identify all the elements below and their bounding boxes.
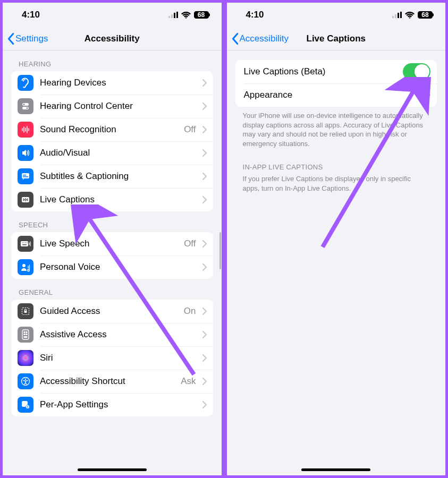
- chevron-right-icon: [202, 173, 207, 180]
- svg-point-7: [27, 107, 28, 109]
- status-time: 4:10: [246, 10, 264, 20]
- chevron-right-icon: [202, 240, 207, 247]
- status-icons: 68: [392, 11, 433, 19]
- back-label: Settings: [15, 33, 48, 44]
- chevron-right-icon: [202, 378, 207, 385]
- left-screenshot: 4:10 68 Settings Accessibility HEARING H…: [0, 0, 224, 478]
- row-live-speech[interactable]: Live Speech Off: [11, 232, 213, 255]
- chevron-right-icon: [202, 79, 207, 87]
- svg-point-24: [23, 242, 24, 243]
- row-label: Live Speech: [40, 238, 177, 249]
- chevron-right-icon: [202, 196, 207, 203]
- row-siri[interactable]: Siri: [11, 346, 213, 370]
- svg-rect-39: [24, 334, 26, 335]
- svg-rect-38: [26, 331, 28, 333]
- footer-text-2: If you prefer Live Captions be displayed…: [227, 174, 446, 195]
- svg-rect-41: [24, 336, 28, 338]
- lock-frame-icon: [18, 303, 33, 319]
- battery-icon: 68: [418, 11, 433, 19]
- chevron-right-icon: [202, 149, 207, 157]
- row-sound-recognition[interactable]: Sound Recognition Off: [11, 118, 213, 141]
- wifi-icon: [181, 12, 191, 19]
- phone-grid-icon: [18, 327, 33, 343]
- row-guided-access[interactable]: Guided Access On: [11, 300, 213, 323]
- home-indicator[interactable]: [78, 468, 147, 471]
- row-value: Off: [184, 238, 196, 249]
- row-label: Audio/Visual: [40, 148, 196, 158]
- row-label: Subtitles & Captioning: [40, 171, 196, 182]
- svg-rect-14: [23, 175, 26, 176]
- caption-bubble-icon: [18, 168, 33, 184]
- row-label: Live Captions: [40, 194, 196, 205]
- siri-icon: [18, 350, 33, 366]
- waveform-icon: [18, 122, 33, 138]
- keyboard-wave-icon: [18, 236, 33, 252]
- toggle-switch[interactable]: [403, 63, 430, 80]
- group-hearing: Hearing Devices Hearing Control Center S…: [11, 71, 213, 211]
- ear-icon: [18, 75, 33, 91]
- row-label: Live Captions (Beta): [244, 66, 397, 77]
- section-header-speech: SPEECH: [3, 211, 222, 232]
- row-appearance[interactable]: Appearance: [235, 83, 437, 107]
- svg-rect-15: [23, 176, 28, 177]
- row-accessibility-shortcut[interactable]: Accessibility Shortcut Ask: [11, 370, 213, 393]
- row-live-captions-toggle[interactable]: Live Captions (Beta): [235, 60, 437, 83]
- svg-rect-56: [398, 13, 399, 18]
- speaker-icon: [18, 145, 33, 161]
- home-indicator[interactable]: [301, 468, 370, 471]
- row-assistive-access[interactable]: Assistive Access: [11, 323, 213, 346]
- person-wave-icon: [18, 259, 33, 275]
- live-caption-icon: [18, 192, 33, 208]
- row-label: Sound Recognition: [40, 124, 177, 135]
- chevron-right-icon: [202, 103, 207, 110]
- group-speech: Live Speech Off Personal Voice: [11, 232, 213, 279]
- group-general: Guided Access On Assistive Access Siri: [11, 300, 213, 416]
- row-label: Hearing Control Center: [40, 101, 196, 112]
- svg-rect-1: [171, 14, 173, 18]
- row-hearing-control-center[interactable]: Hearing Control Center: [11, 95, 213, 118]
- row-live-captions[interactable]: Live Captions: [11, 188, 213, 211]
- svg-point-48: [27, 406, 28, 407]
- row-label: Per-App Settings: [40, 399, 196, 410]
- row-personal-voice[interactable]: Personal Voice: [11, 255, 213, 279]
- svg-point-43: [24, 356, 28, 360]
- chevron-left-icon: [6, 32, 15, 45]
- accessibility-icon: [18, 373, 33, 389]
- chevron-left-icon: [230, 32, 240, 45]
- svg-rect-57: [400, 12, 402, 18]
- content-area[interactable]: Live Captions (Beta) Appearance Your iPh…: [227, 50, 446, 475]
- content-area[interactable]: HEARING Hearing Devices Hearing Control …: [3, 50, 222, 475]
- svg-point-45: [25, 379, 27, 380]
- svg-point-25: [25, 242, 26, 243]
- status-bar: 4:10 68: [227, 3, 446, 27]
- back-button[interactable]: Settings: [3, 32, 48, 45]
- svg-rect-54: [392, 16, 394, 18]
- svg-rect-40: [26, 334, 28, 335]
- section-header-inapp: IN-APP LIVE CAPTIONS: [227, 150, 446, 174]
- chevron-right-icon: [202, 308, 207, 315]
- group-live-captions: Live Captions (Beta) Appearance: [235, 60, 437, 107]
- back-label: Accessibility: [240, 33, 289, 44]
- row-hearing-devices[interactable]: Hearing Devices: [11, 71, 213, 95]
- row-value: Ask: [181, 376, 196, 387]
- cellular-icon: [392, 12, 402, 18]
- status-time: 4:10: [22, 10, 40, 20]
- row-subtitles-captioning[interactable]: Subtitles & Captioning: [11, 165, 213, 188]
- svg-rect-2: [174, 13, 175, 18]
- svg-rect-22: [21, 241, 28, 246]
- svg-point-30: [22, 264, 26, 267]
- chevron-right-icon: [202, 401, 207, 408]
- status-icons: 68: [168, 11, 209, 19]
- row-label: Accessibility Shortcut: [40, 376, 174, 387]
- svg-rect-35: [24, 311, 27, 313]
- svg-rect-13: [22, 173, 29, 178]
- app-gear-icon: [18, 397, 33, 413]
- scrollbar[interactable]: [219, 232, 221, 269]
- chevron-right-icon: [202, 331, 207, 338]
- status-bar: 4:10 68: [3, 3, 222, 27]
- svg-rect-0: [168, 16, 170, 18]
- svg-point-6: [23, 104, 25, 105]
- row-per-app-settings[interactable]: Per-App Settings: [11, 393, 213, 416]
- row-audio-visual[interactable]: Audio/Visual: [11, 141, 213, 165]
- back-button[interactable]: Accessibility: [227, 32, 289, 45]
